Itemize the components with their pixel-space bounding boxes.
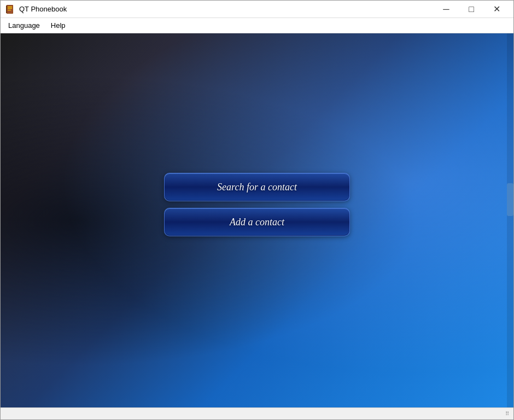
buttons-container: Search for a contact Add a contact [164,173,350,236]
app-icon [5,4,16,15]
menu-bar: Language Help [1,18,513,33]
menu-language[interactable]: Language [3,19,45,32]
window-title: QT Phonebook [19,5,434,13]
search-contact-button[interactable]: Search for a contact [164,173,350,201]
title-bar: QT Phonebook ─ □ ✕ [1,1,513,18]
status-bar: ⠿ [1,407,513,419]
close-button[interactable]: ✕ [484,1,509,18]
maximize-button[interactable]: □ [459,1,484,18]
scrollbar-thumb[interactable] [507,183,513,216]
svg-rect-4 [8,10,11,10]
svg-rect-3 [8,8,12,9]
add-contact-button[interactable]: Add a contact [164,208,350,236]
window-controls: ─ □ ✕ [434,1,509,18]
scrollbar[interactable] [507,33,513,407]
svg-rect-5 [6,5,7,13]
main-content: Search for a contact Add a contact [1,33,513,407]
svg-rect-2 [8,7,12,8]
resize-grip: ⠿ [503,410,511,418]
menu-help[interactable]: Help [45,19,71,32]
app-window: QT Phonebook ─ □ ✕ Language Help Search … [0,0,514,420]
minimize-button[interactable]: ─ [434,1,459,18]
